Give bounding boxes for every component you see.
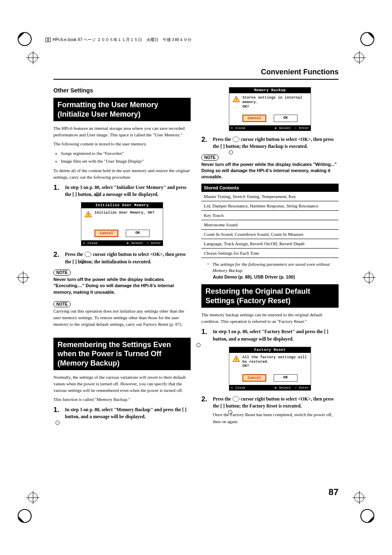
step-number: 1. xyxy=(53,184,62,198)
right-column: Memory Backup ! Stores settings in inter… xyxy=(201,87,339,425)
ok-button[interactable]: OK xyxy=(126,230,150,237)
dialog-message: All the factory settings will be restore… xyxy=(242,355,307,368)
dpad-icon xyxy=(232,396,240,402)
registration-mark-icon xyxy=(354,493,364,502)
registration-mark-icon xyxy=(28,493,38,502)
circle-button-icon xyxy=(55,421,60,425)
step-2: 2. Press the cursor right button to sele… xyxy=(201,136,339,150)
ok-button[interactable]: OK xyxy=(274,374,297,382)
dialog-title: Factory Reset xyxy=(229,347,311,353)
x-icon: ✕ xyxy=(231,126,235,130)
running-header: Convenient Functions xyxy=(53,68,339,76)
step-number: 2. xyxy=(201,136,210,150)
dialog-message: Initialize User Memory, OK? xyxy=(95,211,154,215)
arrow-icon: → xyxy=(205,261,210,274)
dialog-body: ! Initialize User Memory, OK? xyxy=(81,208,163,230)
ok-button[interactable]: OK xyxy=(274,115,297,122)
arrow-note-text: The settings for the following parameter… xyxy=(212,261,339,274)
content-area: Convenient Functions Other Settings Form… xyxy=(53,68,339,497)
paragraph: Normally, the settings of the various va… xyxy=(53,374,191,394)
step-number: 2. xyxy=(53,251,62,265)
print-header-text: HPi-6-e.book 87 ページ ２００５年１１月１５日 火曜日 午後３時… xyxy=(53,37,191,43)
svg-text:!: ! xyxy=(235,357,238,362)
dpad-icon: ◈ xyxy=(127,241,130,245)
crop-decoration-icon xyxy=(16,31,33,47)
step-text: Press the cursor right button to select … xyxy=(213,136,339,150)
note-label: NOTE xyxy=(53,269,71,276)
svg-point-7 xyxy=(365,514,370,518)
paragraph: To delete all of the content held in the… xyxy=(53,168,191,181)
step-number: 1. xyxy=(201,328,210,343)
x-icon: ✕ xyxy=(83,241,87,245)
circle-button-icon xyxy=(196,343,201,347)
registration-mark-icon xyxy=(28,53,38,62)
table-row: Key Touch xyxy=(201,211,339,220)
table-row: Language, Track Assign, Reverb On/Off, R… xyxy=(201,239,339,249)
svg-point-11 xyxy=(233,137,239,142)
book-icon xyxy=(45,37,51,42)
cancel-button[interactable]: Cancel xyxy=(242,374,266,382)
dpad-icon xyxy=(232,136,240,142)
circle-icon: ○ xyxy=(295,126,298,130)
dialog-title: Memory Backup xyxy=(229,88,311,93)
dialog-buttons: Cancel OK xyxy=(81,230,163,240)
note-text: Carrying out this operation does not ini… xyxy=(53,308,191,328)
x-icon: ✕ xyxy=(231,386,235,389)
registration-mark-icon xyxy=(18,273,28,283)
circle-icon: ○ xyxy=(295,386,298,389)
table-header: Stored Contents xyxy=(201,184,339,192)
step-1: 1. In step 3 on p. 80, select "Factory R… xyxy=(201,328,339,343)
svg-point-3 xyxy=(365,37,370,41)
header-rule xyxy=(53,79,339,80)
svg-point-1 xyxy=(22,37,27,41)
list-item: Songs registered to the "Favorites" xyxy=(61,150,191,157)
step-2: 2. Press the cursor right button to sele… xyxy=(53,251,191,265)
paragraph: Once the Factory Reset has been complete… xyxy=(213,411,339,425)
registration-mark-icon xyxy=(354,53,364,62)
warning-icon: ! xyxy=(233,96,240,102)
dpad-icon xyxy=(84,251,92,257)
svg-text:!: ! xyxy=(235,98,238,102)
crop-decoration-icon xyxy=(16,508,33,524)
left-column: Other Settings Formatting the User Memor… xyxy=(53,87,191,425)
table-row: Metronome Sound xyxy=(201,220,339,230)
dialog-footer: ✕Close ◈Select ○Enter xyxy=(229,385,311,390)
reference-text: Auto Demo (p. 88), USB Driver (p. 100) xyxy=(213,274,339,279)
subheading-other-settings: Other Settings xyxy=(53,87,191,94)
dialog-footer: ✕Close ◈Select ○Enter xyxy=(229,125,311,131)
step-text: In step 3 on p. 80, select "Memory Backu… xyxy=(65,406,191,421)
dialog-buttons: Cancel OK xyxy=(229,115,311,125)
dpad-icon: ◈ xyxy=(274,126,278,130)
circle-icon: ○ xyxy=(147,241,150,245)
step-2: 2. Press the cursor right button to sele… xyxy=(201,396,339,410)
step-text: In step 3 on p. 80, select "Factory Rese… xyxy=(213,328,339,343)
circle-button-icon xyxy=(81,260,85,264)
dialog-buttons: Cancel OK xyxy=(229,374,311,385)
step-number: 2. xyxy=(201,396,210,410)
svg-point-13 xyxy=(233,396,239,401)
circle-button-icon xyxy=(95,192,99,196)
svg-point-9 xyxy=(85,252,91,257)
paragraph: The memory backup settings can be restor… xyxy=(201,312,339,325)
cancel-button[interactable]: Cancel xyxy=(95,230,118,237)
step-1: 1. In step 3 on p. 80, select "Memory Ba… xyxy=(53,406,191,421)
table-row: Master Tuning, Stretch Tuning, Temperame… xyxy=(201,192,339,201)
warning-icon: ! xyxy=(233,355,240,362)
cancel-button[interactable]: Cancel xyxy=(242,115,266,122)
page: HPi-6-e.book 87 ページ ２００５年１１月１５日 火曜日 午後３時… xyxy=(0,0,392,555)
paragraph: The HPi-6 features an internal storage a… xyxy=(53,125,191,138)
columns: Other Settings Formatting the User Memor… xyxy=(53,87,339,425)
step-number: 1. xyxy=(53,406,62,421)
note-label: NOTE xyxy=(201,154,219,161)
dialog-factory-reset: Factory Reset ! All the factory settings… xyxy=(229,347,311,391)
circle-button-icon xyxy=(229,150,233,154)
section-title-initialize: Formatting the User Memory (Initialize U… xyxy=(53,98,191,121)
list-item: Image files set with the "User Image Dis… xyxy=(61,158,191,165)
bullet-list: Songs registered to the "Favorites" Imag… xyxy=(61,150,191,165)
registration-mark-icon xyxy=(364,273,374,283)
section-title-memory-backup: Remembering the Settings Even when the P… xyxy=(53,338,191,371)
table-row: Chorus Settings for Each Tone xyxy=(201,249,339,258)
table-row: Count In Sound, Countdown Sound, Count I… xyxy=(201,230,339,239)
arrow-note: → The settings for the following paramet… xyxy=(205,261,339,274)
paragraph: The following content is stored to the u… xyxy=(53,141,191,147)
